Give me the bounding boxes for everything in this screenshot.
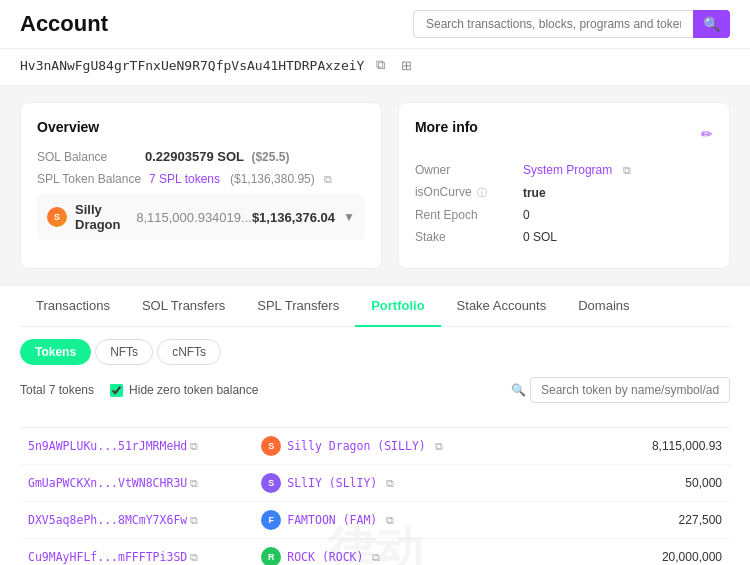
token-name-link[interactable]: FAMTOON (FAM) — [287, 513, 377, 527]
hide-zero-checkbox[interactable] — [110, 384, 123, 397]
table-row: Cu9MAyHFLf...mFFFTPi3SD⧉ R ROCK (ROCK) ⧉… — [20, 539, 730, 566]
tab-spl-transfers[interactable]: SPL Transfers — [241, 286, 355, 327]
search-button[interactable]: 🔍 — [693, 10, 730, 38]
stake-value: 0 SOL — [523, 230, 557, 244]
sub-tab-nfts[interactable]: NFTs — [95, 339, 153, 365]
token-cell: F FAMTOON (FAM) ⧉ — [253, 502, 622, 539]
owner-label: Owner — [415, 163, 515, 177]
table-row: DXV5aq8ePh...8MCmY7X6Fw⧉ F FAMTOON (FAM)… — [20, 502, 730, 539]
rent-epoch-label: Rent Epoch — [415, 208, 515, 222]
col-account — [20, 413, 253, 428]
is-on-curve-row: isOnCurve ⓘ true — [415, 185, 713, 200]
owner-row: Owner System Program ⧉ — [415, 163, 713, 177]
portfolio-table: 5n9AWPLUKu...51rJMRMeHd⧉ S Silly Dragon … — [20, 413, 730, 565]
account-link[interactable]: DXV5aq8ePh...8MCmY7X6Fw — [28, 513, 187, 527]
more-info-header: More info ✏ — [415, 119, 713, 149]
token-summary-row: S Silly Dragon 8,115,000.934019... $1,13… — [37, 194, 365, 240]
col-balance — [622, 413, 730, 428]
page-title: Account — [20, 11, 108, 37]
col-token — [253, 413, 622, 428]
copy-address-button[interactable]: ⧉ — [372, 55, 389, 75]
tab-sol-transfers[interactable]: SOL Transfers — [126, 286, 241, 327]
account-cell: Cu9MAyHFLf...mFFFTPi3SD⧉ — [20, 539, 253, 566]
token-name-link[interactable]: SLlIY (SLlIY) — [287, 476, 377, 490]
balance-cell: 20,000,000 — [622, 539, 730, 566]
stake-row: Stake 0 SOL — [415, 230, 713, 244]
token-cell: S SLlIY (SLlIY) ⧉ — [253, 465, 622, 502]
token-cell: S Silly Dragon (SILLY) ⧉ — [253, 428, 622, 465]
owner-copy-icon[interactable]: ⧉ — [623, 164, 631, 177]
account-link[interactable]: 5n9AWPLUKu...51rJMRMeHd — [28, 439, 187, 453]
search-bar: 🔍 — [413, 10, 730, 38]
balance-cell: 8,115,000.93 — [622, 428, 730, 465]
spl-copy-icon[interactable]: ⧉ — [324, 173, 332, 186]
more-info-card: More info ✏ Owner System Program ⧉ isOnC… — [398, 102, 730, 269]
account-copy-icon[interactable]: ⧉ — [190, 440, 198, 452]
hide-zero-label: Hide zero token balance — [129, 383, 258, 397]
overview-card: Overview SOL Balance 0.22903579 SOL ($25… — [20, 102, 382, 269]
token-copy-icon[interactable]: ⧉ — [372, 551, 380, 564]
stake-label: Stake — [415, 230, 515, 244]
account-link[interactable]: GmUaPWCKXn...VtWN8CHR3U — [28, 476, 187, 490]
total-tokens-label: Total 7 tokens — [20, 383, 94, 397]
token-icon: S — [261, 473, 281, 493]
table-row: GmUaPWCKXn...VtWN8CHR3U⧉ S SLlIY (SLlIY)… — [20, 465, 730, 502]
token-cell: R ROCK (ROCK) ⧉ — [253, 539, 622, 566]
account-cell: GmUaPWCKXn...VtWN8CHR3U⧉ — [20, 465, 253, 502]
token-usd-value: $1,136,376.04 — [252, 210, 335, 225]
balance-cell: 50,000 — [622, 465, 730, 502]
silly-dragon-icon: S — [47, 207, 67, 227]
sol-balance-value: 0.22903579 SOL ($25.5) — [145, 149, 289, 164]
edit-icon[interactable]: ✏ — [701, 126, 713, 142]
spl-balance-row: SPL Token Balance 7 SPL tokens ($1,136,3… — [37, 172, 365, 186]
block-explorer-button[interactable]: ⊞ — [397, 56, 416, 75]
table-row: 5n9AWPLUKu...51rJMRMeHd⧉ S Silly Dragon … — [20, 428, 730, 465]
main-content: Overview SOL Balance 0.22903579 SOL ($25… — [0, 86, 750, 285]
account-copy-icon[interactable]: ⧉ — [190, 477, 198, 489]
token-amount: 8,115,000.934019... — [136, 210, 252, 225]
tab-stake-accounts[interactable]: Stake Accounts — [441, 286, 563, 327]
spl-balance-content: 7 SPL tokens ($1,136,380.95) ⧉ — [149, 172, 332, 186]
filter-row: Total 7 tokens Hide zero token balance 🔍 — [20, 377, 730, 403]
account-link[interactable]: Cu9MAyHFLf...mFFFTPi3SD — [28, 550, 187, 564]
account-cell: DXV5aq8ePh...8MCmY7X6Fw⧉ — [20, 502, 253, 539]
token-copy-icon[interactable]: ⧉ — [386, 514, 394, 527]
token-name-link[interactable]: ROCK (ROCK) — [287, 550, 363, 564]
tab-domains[interactable]: Domains — [562, 286, 645, 327]
token-left: S Silly Dragon 8,115,000.934019... — [47, 202, 252, 232]
account-copy-icon[interactable]: ⧉ — [190, 551, 198, 563]
tab-portfolio[interactable]: Portfolio — [355, 286, 440, 327]
portfolio-section: TokensNFTscNFTs Total 7 tokens Hide zero… — [0, 327, 750, 565]
portfolio-table-wrapper: 律动 5n9AWPLUKu...51rJMRMeHd⧉ S Silly Drag… — [20, 413, 730, 565]
filter-left: Total 7 tokens Hide zero token balance — [20, 383, 258, 397]
token-dropdown-icon[interactable]: ▼ — [343, 210, 355, 224]
owner-value[interactable]: System Program — [523, 163, 612, 177]
sol-balance-usd: ($25.5) — [251, 150, 289, 164]
token-search-icon: 🔍 — [511, 383, 526, 397]
sol-balance-row: SOL Balance 0.22903579 SOL ($25.5) — [37, 149, 365, 164]
token-icon: R — [261, 547, 281, 565]
is-on-curve-value: true — [523, 186, 546, 200]
spl-token-count[interactable]: 7 SPL tokens — [149, 172, 220, 186]
account-copy-icon[interactable]: ⧉ — [190, 514, 198, 526]
wallet-address: Hv3nANwFgU84grTFnxUeN9R7QfpVsAu41HTDRPAx… — [20, 58, 364, 73]
spl-token-usd: ($1,136,380.95) — [230, 172, 315, 186]
top-bar: Account 🔍 — [0, 0, 750, 49]
more-info-title: More info — [415, 119, 478, 135]
token-copy-icon[interactable]: ⧉ — [386, 477, 394, 490]
table-header-row — [20, 413, 730, 428]
overview-title: Overview — [37, 119, 365, 135]
token-search-input[interactable] — [530, 377, 730, 403]
token-name-link[interactable]: Silly Dragon (SILLY) — [287, 439, 425, 453]
tabs-section: TransactionsSOL TransfersSPL TransfersPo… — [0, 285, 750, 327]
is-on-curve-tooltip-icon[interactable]: ⓘ — [477, 187, 487, 198]
token-copy-icon[interactable]: ⧉ — [435, 440, 443, 453]
account-cell: 5n9AWPLUKu...51rJMRMeHd⧉ — [20, 428, 253, 465]
balance-cell: 227,500 — [622, 502, 730, 539]
sub-tab-cnfts[interactable]: cNFTs — [157, 339, 221, 365]
token-icon: F — [261, 510, 281, 530]
sub-tab-tokens[interactable]: Tokens — [20, 339, 91, 365]
address-row: Hv3nANwFgU84grTFnxUeN9R7QfpVsAu41HTDRPAx… — [0, 49, 750, 86]
search-input[interactable] — [413, 10, 693, 38]
tab-transactions[interactable]: Transactions — [20, 286, 126, 327]
